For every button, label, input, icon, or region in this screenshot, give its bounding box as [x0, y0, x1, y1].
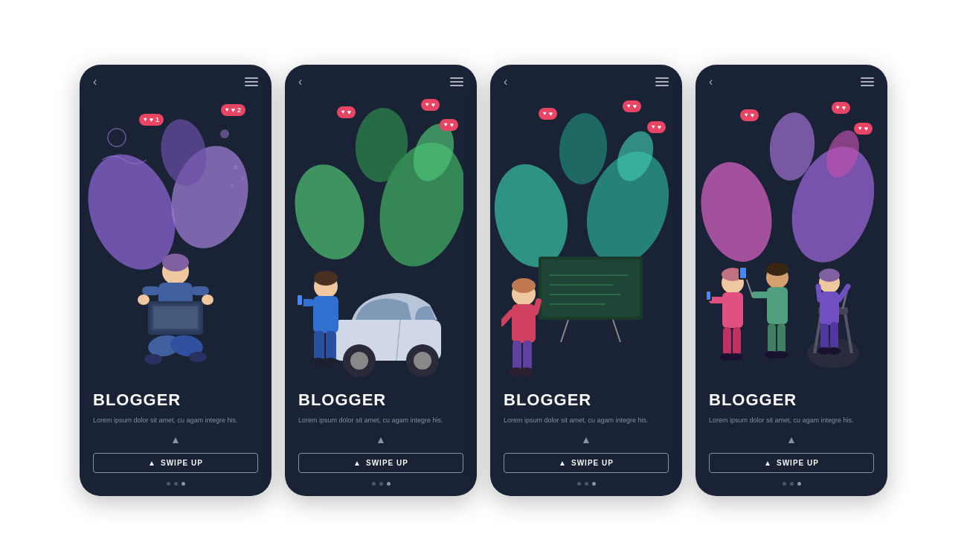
svg-point-93 — [774, 351, 788, 358]
arrow-indicator-4: ▲ — [709, 434, 874, 445]
content-area-3: BLOGGER Lorem ipsum dolor sit amet, cu a… — [490, 383, 682, 453]
svg-point-6 — [242, 177, 245, 180]
swipe-label-1: SWIPE UP — [161, 459, 203, 467]
illustration-2: ♥ ♥ ♥ — [285, 93, 477, 384]
svg-line-98 — [839, 286, 848, 300]
svg-point-84 — [766, 263, 788, 276]
teacher-svg — [501, 242, 658, 379]
dot-2-2 — [379, 482, 383, 486]
top-bar-3: ‹ — [490, 65, 682, 93]
swipe-arrow-icon-4: ▲ — [764, 459, 772, 467]
like-badge-2a: ♥ — [337, 106, 356, 118]
svg-point-102 — [827, 347, 841, 355]
menu-icon-1[interactable] — [245, 77, 258, 86]
arrow-indicator-2: ▲ — [298, 434, 463, 445]
svg-rect-96 — [820, 292, 839, 325]
menu-icon-4[interactable] — [861, 77, 874, 86]
swipe-up-button-1[interactable]: ▲ SWIPE UP — [93, 453, 258, 473]
arrow-indicator-1: ▲ — [93, 434, 258, 445]
like-badge-1b: ♥2 — [221, 104, 245, 116]
blogger-title-1: BLOGGER — [93, 390, 258, 410]
swipe-arrow-icon-2: ▲ — [353, 459, 362, 467]
illustration-4: ♥ ♥ ♥ — [695, 93, 887, 384]
svg-point-3 — [108, 129, 126, 147]
person-laptop-svg — [127, 249, 224, 376]
dot-2-3 — [387, 482, 391, 486]
swipe-up-button-2[interactable]: ▲ SWIPE UP — [298, 453, 463, 473]
svg-point-5 — [234, 165, 238, 170]
menu-icon-2[interactable] — [450, 77, 463, 86]
content-area-1: BLOGGER Lorem ipsum dolor sit amet, cu a… — [80, 383, 272, 453]
menu-icon-3[interactable] — [655, 77, 669, 86]
swipe-label-3: SWIPE UP — [571, 459, 614, 467]
svg-rect-85 — [767, 287, 788, 324]
phone-1: ‹ — [80, 65, 272, 496]
description-4: Lorem ipsum dolor sit amet, cu agam inte… — [709, 416, 874, 426]
main-container: ‹ — [57, 42, 910, 518]
svg-rect-39 — [326, 331, 336, 361]
phone-2: ‹ ♥ ♥ — [285, 65, 477, 496]
back-icon-2[interactable]: ‹ — [298, 75, 302, 88]
top-bar-4: ‹ — [695, 65, 887, 93]
svg-rect-100 — [830, 322, 838, 350]
svg-point-9 — [162, 254, 189, 271]
svg-rect-12 — [191, 286, 209, 295]
dot-2-1 — [372, 482, 376, 486]
swipe-label-2: SWIPE UP — [366, 459, 408, 467]
car-blogger-svg — [292, 245, 456, 379]
svg-point-4 — [220, 129, 229, 138]
swipe-up-button-4[interactable]: ▲ SWIPE UP — [709, 453, 874, 473]
swipe-up-button-3[interactable]: ▲ SWIPE UP — [504, 453, 669, 473]
like-badge-3c: ♥ — [647, 121, 666, 133]
svg-point-82 — [730, 353, 743, 361]
svg-rect-75 — [722, 292, 743, 328]
svg-rect-59 — [513, 341, 521, 370]
svg-point-95 — [819, 268, 840, 282]
back-icon-1[interactable]: ‹ — [93, 75, 97, 88]
description-1: Lorem ipsum dolor sit amet, cu agam inte… — [93, 416, 258, 426]
svg-point-55 — [512, 278, 536, 293]
svg-line-53 — [613, 320, 620, 342]
svg-line-58 — [536, 301, 539, 312]
page-dots-4 — [695, 482, 887, 496]
svg-rect-37 — [298, 295, 302, 305]
svg-point-28 — [350, 352, 368, 370]
svg-rect-34 — [313, 296, 338, 333]
svg-rect-11 — [142, 286, 160, 295]
swipe-arrow-icon-3: ▲ — [559, 459, 567, 467]
like-badge-3a: ♥ — [539, 108, 557, 120]
blogger-title-2: BLOGGER — [298, 390, 463, 410]
svg-point-33 — [314, 271, 338, 286]
like-badge-2c: ♥ — [440, 119, 458, 131]
back-icon-3[interactable]: ‹ — [504, 75, 507, 88]
svg-line-52 — [561, 320, 568, 342]
dot-3-1 — [577, 482, 581, 486]
svg-rect-90 — [768, 324, 776, 353]
like-badge-2b: ♥ — [421, 99, 440, 111]
svg-rect-89 — [740, 268, 746, 278]
back-icon-4[interactable]: ‹ — [709, 75, 713, 88]
svg-point-30 — [414, 352, 431, 370]
arrow-indicator-3: ▲ — [504, 434, 669, 445]
like-badge-4c: ♥ — [854, 123, 873, 135]
blogger-title-4: BLOGGER — [709, 390, 874, 410]
dot-1-2 — [174, 482, 178, 486]
illustration-3: ♥ ♥ ♥ — [490, 93, 682, 384]
svg-rect-86 — [751, 292, 768, 298]
blogger-title-3: BLOGGER — [504, 390, 669, 410]
dot-1-1 — [167, 482, 170, 486]
dot-4-1 — [783, 482, 786, 486]
dot-4-2 — [790, 482, 794, 486]
description-2: Lorem ipsum dolor sit amet, cu agam inte… — [298, 416, 463, 426]
svg-rect-78 — [707, 292, 710, 300]
dot-3-2 — [585, 482, 588, 486]
content-area-2: BLOGGER Lorem ipsum dolor sit amet, cu a… — [285, 383, 477, 453]
content-area-4: BLOGGER Lorem ipsum dolor sit amet, cu a… — [695, 383, 887, 453]
page-dots-3 — [490, 482, 682, 496]
illustration-1: ♥1 ♥2 — [80, 93, 272, 384]
svg-rect-91 — [777, 324, 786, 353]
phone-4: ‹ ♥ ♥ — [695, 65, 887, 496]
like-badge-4a: ♥ — [740, 109, 759, 121]
svg-rect-79 — [723, 327, 731, 355]
svg-point-62 — [520, 367, 533, 376]
